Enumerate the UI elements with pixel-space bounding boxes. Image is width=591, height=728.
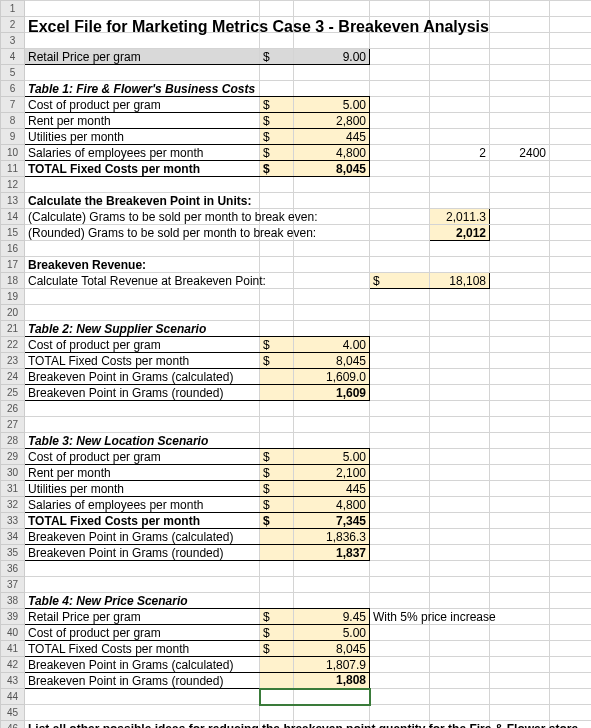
row-header[interactable]: 31 <box>1 481 25 497</box>
cell[interactable]: $ <box>260 129 294 145</box>
row-header[interactable]: 6 <box>1 81 25 97</box>
cell[interactable]: Cost of product per gram <box>25 97 260 113</box>
cell[interactable]: Breakeven Point in Grams (calculated) <box>25 657 260 673</box>
cell[interactable]: 5.00 <box>294 97 370 113</box>
spreadsheet[interactable]: 1 2Excel File for Marketing Metrics Case… <box>0 0 591 728</box>
cell[interactable]: 1,609.0 <box>294 369 370 385</box>
cell[interactable] <box>260 545 294 561</box>
row-header[interactable]: 19 <box>1 289 25 305</box>
cell[interactable]: 1,808 <box>294 673 370 689</box>
cell[interactable]: 5.00 <box>294 625 370 641</box>
cell[interactable]: Utilities per month <box>25 481 260 497</box>
row-header[interactable]: 15 <box>1 225 25 241</box>
row-header[interactable]: 39 <box>1 609 25 625</box>
row-header[interactable]: 28 <box>1 433 25 449</box>
cell[interactable]: $ <box>260 641 294 657</box>
cell[interactable]: $ <box>260 449 294 465</box>
row-header[interactable]: 25 <box>1 385 25 401</box>
row-header[interactable]: 9 <box>1 129 25 145</box>
cell[interactable]: $ <box>260 113 294 129</box>
cell[interactable]: TOTAL Fixed Costs per month <box>25 353 260 369</box>
cell[interactable]: Breakeven Point in Grams (rounded) <box>25 673 260 689</box>
cell[interactable]: Breakeven Point in Grams (calculated) <box>25 529 260 545</box>
cell[interactable]: $ <box>260 353 294 369</box>
cell[interactable]: 445 <box>294 129 370 145</box>
cell[interactable] <box>260 385 294 401</box>
cell[interactable]: TOTAL Fixed Costs per month <box>25 161 260 177</box>
row-header[interactable]: 30 <box>1 465 25 481</box>
cell[interactable]: 1,837 <box>294 545 370 561</box>
row-header[interactable]: 13 <box>1 193 25 209</box>
cell[interactable]: (Rounded) Grams to be sold per month to … <box>25 225 260 241</box>
row-header[interactable]: 21 <box>1 321 25 337</box>
row-header[interactable]: 22 <box>1 337 25 353</box>
row-header[interactable]: 10 <box>1 145 25 161</box>
row-header[interactable]: 33 <box>1 513 25 529</box>
row-header[interactable]: 3 <box>1 33 25 49</box>
row-header[interactable]: 18 <box>1 273 25 289</box>
cell[interactable]: 5.00 <box>294 449 370 465</box>
selected-cell[interactable] <box>294 689 370 705</box>
cell[interactable]: 2,800 <box>294 113 370 129</box>
cell[interactable]: 8,045 <box>294 641 370 657</box>
retail-label[interactable]: Retail Price per gram <box>25 49 260 65</box>
cell[interactable]: Utilities per month <box>25 129 260 145</box>
cell[interactable]: (Calculate) Grams to be sold per month t… <box>25 209 260 225</box>
row-header[interactable]: 27 <box>1 417 25 433</box>
row-header[interactable]: 32 <box>1 497 25 513</box>
cell[interactable]: 4.00 <box>294 337 370 353</box>
row-header[interactable]: 36 <box>1 561 25 577</box>
cell[interactable]: Cost of product per gram <box>25 625 260 641</box>
cell[interactable]: $ <box>260 513 294 529</box>
cell[interactable]: 2,012 <box>430 225 490 241</box>
row-header[interactable]: 20 <box>1 305 25 321</box>
row-header[interactable]: 16 <box>1 241 25 257</box>
cell[interactable] <box>260 369 294 385</box>
row-header[interactable]: 34 <box>1 529 25 545</box>
cell[interactable]: 445 <box>294 481 370 497</box>
cell[interactable]: Calculate Total Revenue at Breakeven Poi… <box>25 273 260 289</box>
cell[interactable]: Salaries of employees per month <box>25 145 260 161</box>
cell[interactable]: 1,807.9 <box>294 657 370 673</box>
cell[interactable]: 4,800 <box>294 497 370 513</box>
cell[interactable]: 2400 <box>490 145 550 161</box>
cell[interactable]: $ <box>260 145 294 161</box>
row-header[interactable]: 26 <box>1 401 25 417</box>
row-header[interactable]: 2 <box>1 17 25 33</box>
cell[interactable]: $ <box>260 625 294 641</box>
row-header[interactable]: 43 <box>1 673 25 689</box>
cell[interactable]: Retail Price per gram <box>25 609 260 625</box>
cell[interactable]: Breakeven Point in Grams (rounded) <box>25 385 260 401</box>
row-header[interactable]: 14 <box>1 209 25 225</box>
cell[interactable]: Breakeven Point in Grams (calculated) <box>25 369 260 385</box>
row-header[interactable]: 11 <box>1 161 25 177</box>
cell[interactable]: Breakeven Point in Grams (rounded) <box>25 545 260 561</box>
row-header[interactable]: 45 <box>1 705 25 721</box>
row-header[interactable]: 37 <box>1 577 25 593</box>
cell[interactable]: 1,609 <box>294 385 370 401</box>
cell[interactable]: $ <box>260 161 294 177</box>
cell[interactable]: 8,045 <box>294 161 370 177</box>
cell[interactable]: TOTAL Fixed Costs per month <box>25 513 260 529</box>
cell[interactable]: 1,836.3 <box>294 529 370 545</box>
row-header[interactable]: 42 <box>1 657 25 673</box>
cell[interactable]: $ <box>260 49 294 65</box>
row-header[interactable]: 24 <box>1 369 25 385</box>
cell[interactable]: 9.45 <box>294 609 370 625</box>
cell[interactable]: Cost of product per gram <box>25 449 260 465</box>
cell[interactable]: Salaries of employees per month <box>25 497 260 513</box>
row-header[interactable]: 7 <box>1 97 25 113</box>
cell[interactable] <box>260 673 294 689</box>
row-header[interactable]: 1 <box>1 1 25 17</box>
row-header[interactable]: 4 <box>1 49 25 65</box>
cell[interactable]: $ <box>260 609 294 625</box>
cell[interactable]: 8,045 <box>294 353 370 369</box>
row-header[interactable]: 5 <box>1 65 25 81</box>
row-header[interactable]: 46 <box>1 721 25 729</box>
retail-value[interactable]: 9.00 <box>294 49 370 65</box>
cell[interactable]: With 5% price increase <box>370 609 430 625</box>
row-header[interactable]: 23 <box>1 353 25 369</box>
row-header[interactable]: 29 <box>1 449 25 465</box>
cell[interactable]: $ <box>260 465 294 481</box>
row-header[interactable]: 38 <box>1 593 25 609</box>
